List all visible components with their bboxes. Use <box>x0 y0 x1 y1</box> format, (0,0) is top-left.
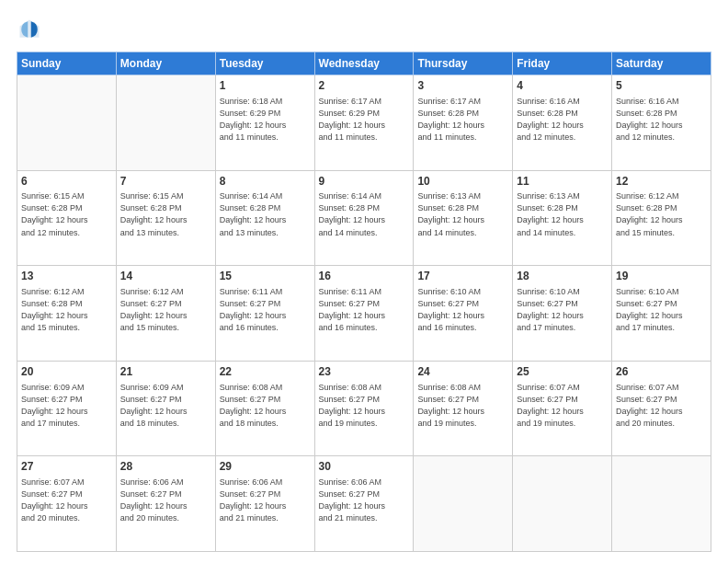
weekday-friday: Friday <box>513 52 612 75</box>
day-info: Sunrise: 6:06 AM Sunset: 6:27 PM Dayligh… <box>220 477 311 524</box>
day-info: Sunrise: 6:14 AM Sunset: 6:28 PM Dayligh… <box>319 190 410 238</box>
day-number: 12 <box>616 174 707 190</box>
day-number: 14 <box>120 269 211 284</box>
day-cell: 19Sunrise: 6:10 AM Sunset: 6:27 PM Dayli… <box>612 266 711 362</box>
day-info: Sunrise: 6:09 AM Sunset: 6:27 PM Dayligh… <box>21 382 112 430</box>
day-cell: 28Sunrise: 6:06 AM Sunset: 6:27 PM Dayli… <box>116 456 215 552</box>
day-number: 24 <box>417 364 508 380</box>
day-cell: 26Sunrise: 6:07 AM Sunset: 6:27 PM Dayli… <box>612 361 711 456</box>
day-number: 1 <box>220 78 311 94</box>
day-cell: 23Sunrise: 6:08 AM Sunset: 6:27 PM Dayli… <box>314 361 414 456</box>
day-cell: 14Sunrise: 6:12 AM Sunset: 6:27 PM Dayli… <box>116 266 215 362</box>
day-cell: 11Sunrise: 6:13 AM Sunset: 6:28 PM Dayli… <box>513 170 612 266</box>
day-number: 16 <box>319 269 410 284</box>
day-number: 25 <box>517 364 608 380</box>
weekday-monday: Monday <box>116 52 215 75</box>
day-info: Sunrise: 6:15 AM Sunset: 6:28 PM Dayligh… <box>21 190 112 238</box>
day-number: 9 <box>319 174 410 190</box>
day-cell: 5Sunrise: 6:16 AM Sunset: 6:28 PM Daylig… <box>612 75 711 171</box>
day-info: Sunrise: 6:16 AM Sunset: 6:28 PM Dayligh… <box>616 96 707 144</box>
day-number: 15 <box>220 269 311 284</box>
weekday-tuesday: Tuesday <box>215 52 314 75</box>
day-info: Sunrise: 6:16 AM Sunset: 6:28 PM Dayligh… <box>517 96 608 144</box>
day-cell: 21Sunrise: 6:09 AM Sunset: 6:27 PM Dayli… <box>116 361 215 456</box>
day-info: Sunrise: 6:07 AM Sunset: 6:27 PM Dayligh… <box>517 382 608 430</box>
weekday-thursday: Thursday <box>414 52 513 75</box>
day-cell <box>612 456 711 552</box>
page: SundayMondayTuesdayWednesdayThursdayFrid… <box>0 0 728 563</box>
header <box>17 17 711 42</box>
day-info: Sunrise: 6:14 AM Sunset: 6:28 PM Dayligh… <box>220 190 311 238</box>
day-number: 8 <box>220 174 311 190</box>
day-info: Sunrise: 6:18 AM Sunset: 6:29 PM Dayligh… <box>220 96 311 144</box>
day-cell: 30Sunrise: 6:06 AM Sunset: 6:27 PM Dayli… <box>314 456 414 552</box>
day-number: 13 <box>21 269 112 284</box>
day-cell: 29Sunrise: 6:06 AM Sunset: 6:27 PM Dayli… <box>215 456 314 552</box>
day-info: Sunrise: 6:07 AM Sunset: 6:27 PM Dayligh… <box>616 382 707 430</box>
day-cell: 20Sunrise: 6:09 AM Sunset: 6:27 PM Dayli… <box>17 361 117 456</box>
day-number: 11 <box>517 174 608 190</box>
day-cell: 4Sunrise: 6:16 AM Sunset: 6:28 PM Daylig… <box>513 75 612 171</box>
day-number: 28 <box>120 459 211 475</box>
day-cell <box>116 75 215 171</box>
day-cell: 6Sunrise: 6:15 AM Sunset: 6:28 PM Daylig… <box>17 170 117 266</box>
day-cell: 12Sunrise: 6:12 AM Sunset: 6:28 PM Dayli… <box>612 170 711 266</box>
day-cell: 10Sunrise: 6:13 AM Sunset: 6:28 PM Dayli… <box>414 170 513 266</box>
day-cell <box>414 456 513 552</box>
day-number: 2 <box>319 78 410 94</box>
day-info: Sunrise: 6:07 AM Sunset: 6:27 PM Dayligh… <box>21 477 112 524</box>
logo <box>17 17 46 42</box>
day-number: 20 <box>21 364 112 380</box>
day-number: 26 <box>616 364 707 380</box>
day-cell: 8Sunrise: 6:14 AM Sunset: 6:28 PM Daylig… <box>215 170 314 266</box>
day-cell: 13Sunrise: 6:12 AM Sunset: 6:28 PM Dayli… <box>17 266 117 362</box>
day-info: Sunrise: 6:10 AM Sunset: 6:27 PM Dayligh… <box>517 286 608 334</box>
day-cell: 2Sunrise: 6:17 AM Sunset: 6:29 PM Daylig… <box>314 75 414 171</box>
weekday-wednesday: Wednesday <box>314 52 414 75</box>
week-row-5: 27Sunrise: 6:07 AM Sunset: 6:27 PM Dayli… <box>17 456 711 552</box>
day-cell <box>513 456 612 552</box>
calendar-body: 1Sunrise: 6:18 AM Sunset: 6:29 PM Daylig… <box>17 75 711 552</box>
day-number: 3 <box>417 78 508 94</box>
weekday-header-row: SundayMondayTuesdayWednesdayThursdayFrid… <box>17 52 711 75</box>
day-number: 23 <box>319 364 410 380</box>
day-cell: 24Sunrise: 6:08 AM Sunset: 6:27 PM Dayli… <box>414 361 513 456</box>
day-number: 10 <box>417 174 508 190</box>
day-cell: 16Sunrise: 6:11 AM Sunset: 6:27 PM Dayli… <box>314 266 414 362</box>
day-number: 21 <box>120 364 211 380</box>
day-number: 29 <box>220 459 311 475</box>
day-info: Sunrise: 6:13 AM Sunset: 6:28 PM Dayligh… <box>517 190 608 238</box>
day-number: 18 <box>517 269 608 284</box>
week-row-3: 13Sunrise: 6:12 AM Sunset: 6:28 PM Dayli… <box>17 266 711 362</box>
day-info: Sunrise: 6:12 AM Sunset: 6:28 PM Dayligh… <box>21 286 112 334</box>
day-cell: 25Sunrise: 6:07 AM Sunset: 6:27 PM Dayli… <box>513 361 612 456</box>
day-cell: 7Sunrise: 6:15 AM Sunset: 6:28 PM Daylig… <box>116 170 215 266</box>
day-number: 30 <box>319 459 410 475</box>
day-number: 17 <box>417 269 508 284</box>
day-info: Sunrise: 6:08 AM Sunset: 6:27 PM Dayligh… <box>319 382 410 430</box>
day-info: Sunrise: 6:17 AM Sunset: 6:29 PM Dayligh… <box>319 96 410 144</box>
day-info: Sunrise: 6:12 AM Sunset: 6:27 PM Dayligh… <box>120 286 211 334</box>
day-cell: 15Sunrise: 6:11 AM Sunset: 6:27 PM Dayli… <box>215 266 314 362</box>
calendar-header: SundayMondayTuesdayWednesdayThursdayFrid… <box>17 52 711 75</box>
day-cell: 22Sunrise: 6:08 AM Sunset: 6:27 PM Dayli… <box>215 361 314 456</box>
day-number: 19 <box>616 269 707 284</box>
day-cell: 27Sunrise: 6:07 AM Sunset: 6:27 PM Dayli… <box>17 456 117 552</box>
day-info: Sunrise: 6:11 AM Sunset: 6:27 PM Dayligh… <box>319 286 410 334</box>
day-info: Sunrise: 6:09 AM Sunset: 6:27 PM Dayligh… <box>120 382 211 430</box>
logo-icon <box>17 17 42 42</box>
day-number: 4 <box>517 78 608 94</box>
day-info: Sunrise: 6:12 AM Sunset: 6:28 PM Dayligh… <box>616 190 707 238</box>
week-row-2: 6Sunrise: 6:15 AM Sunset: 6:28 PM Daylig… <box>17 170 711 266</box>
day-info: Sunrise: 6:11 AM Sunset: 6:27 PM Dayligh… <box>220 286 311 334</box>
day-info: Sunrise: 6:06 AM Sunset: 6:27 PM Dayligh… <box>319 477 410 524</box>
day-number: 5 <box>616 78 707 94</box>
day-cell: 18Sunrise: 6:10 AM Sunset: 6:27 PM Dayli… <box>513 266 612 362</box>
day-cell: 9Sunrise: 6:14 AM Sunset: 6:28 PM Daylig… <box>314 170 414 266</box>
day-number: 22 <box>220 364 311 380</box>
day-cell: 3Sunrise: 6:17 AM Sunset: 6:28 PM Daylig… <box>414 75 513 171</box>
day-info: Sunrise: 6:10 AM Sunset: 6:27 PM Dayligh… <box>417 286 508 334</box>
day-info: Sunrise: 6:15 AM Sunset: 6:28 PM Dayligh… <box>120 190 211 238</box>
day-cell <box>17 75 117 171</box>
week-row-1: 1Sunrise: 6:18 AM Sunset: 6:29 PM Daylig… <box>17 75 711 171</box>
